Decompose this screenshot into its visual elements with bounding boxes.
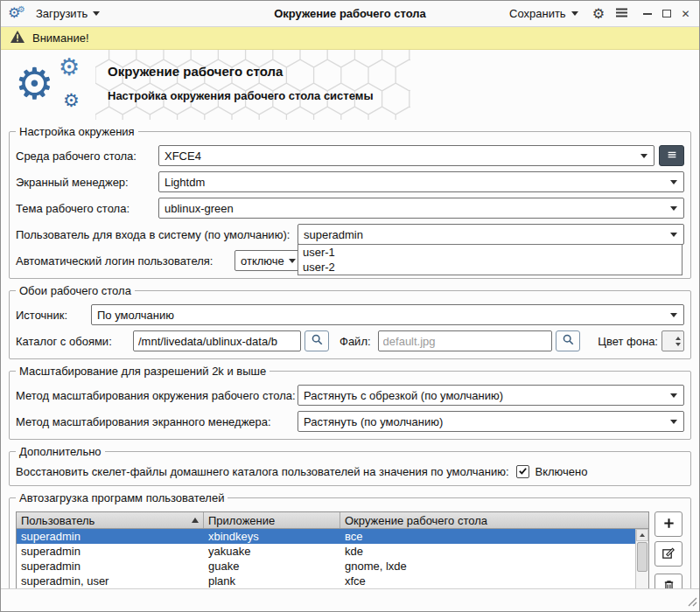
spinner-arrows-icon xyxy=(673,331,683,351)
save-button[interactable]: Сохранить xyxy=(506,5,582,22)
wallpaper-file-label: Файл: xyxy=(340,335,371,348)
restore-skel-checkbox[interactable] xyxy=(516,465,529,478)
table-row[interactable]: superadmin guake gnome, lxde xyxy=(17,559,635,574)
cell-user: superadmin xyxy=(17,529,204,544)
table-header: Пользователь Приложение Окружение рабоче… xyxy=(17,512,648,529)
dm-scaling-combobox[interactable]: Растянуть (по умолчанию) xyxy=(298,411,684,432)
display-manager-label: Экранный менеджер: xyxy=(16,176,158,189)
bg-color-picker[interactable] xyxy=(662,330,684,351)
chevron-down-icon xyxy=(670,393,677,398)
table-row[interactable]: superadmin xbindkeys все xyxy=(17,529,635,544)
desktop-env-label: Среда рабочего стола: xyxy=(16,150,158,163)
desktop-theme-label: Тема рабочего стола: xyxy=(16,202,158,215)
browse-file-button[interactable] xyxy=(556,330,580,351)
chevron-down-icon xyxy=(670,233,677,237)
resize-grip[interactable] xyxy=(686,595,697,609)
section-scaling: Масштабирование для разрешений 2k и выше… xyxy=(9,365,691,440)
table-toolbar xyxy=(654,511,684,588)
default-user-value: superadmin xyxy=(304,228,363,241)
wallpaper-directory-input[interactable] xyxy=(133,330,301,351)
column-header-environment[interactable]: Окружение рабочего стола xyxy=(340,512,648,528)
plus-icon xyxy=(662,517,676,532)
app-gears-icon: ⚙⚙ xyxy=(8,5,27,23)
cell-application: plank xyxy=(204,574,340,588)
page-title: Окружение рабочего стола xyxy=(108,64,374,79)
desktop-environment-gears-icon: ⚙⚙⚙ xyxy=(15,53,102,120)
list-icon xyxy=(666,149,678,163)
cell-environment: все xyxy=(340,529,635,544)
cell-application: guake xyxy=(204,559,340,574)
minimize-button[interactable] xyxy=(640,7,654,20)
column-header-application-label: Приложение xyxy=(208,514,275,527)
section-additional-legend: Дополнительно xyxy=(16,445,105,458)
desktop-theme-combobox[interactable]: ublinux-green xyxy=(158,198,684,219)
default-user-label: Пользователь для входа в систему (по умо… xyxy=(16,228,298,241)
close-button[interactable]: ✕ xyxy=(679,7,692,20)
settings-gear-icon[interactable]: ⚙ xyxy=(592,7,605,21)
cell-user: superadmin xyxy=(17,544,204,559)
save-button-label: Сохранить xyxy=(509,7,566,20)
desktop-env-value: XFCE4 xyxy=(164,150,201,163)
table-body: superadmin xbindkeys все superadmin yaku… xyxy=(17,529,635,588)
desktop-env-list-button[interactable] xyxy=(659,145,684,166)
add-entry-button[interactable] xyxy=(654,511,682,537)
delete-entry-button[interactable] xyxy=(654,574,682,588)
display-manager-combobox[interactable]: Lightdm xyxy=(158,171,684,192)
search-icon xyxy=(562,333,575,349)
scroll-up-button[interactable] xyxy=(636,529,648,541)
cell-environment: gnome, lxde xyxy=(340,559,635,574)
status-bar xyxy=(1,588,699,611)
section-autostart: Автозагрузка программ пользователей Поль… xyxy=(9,491,691,588)
column-header-user[interactable]: Пользователь xyxy=(17,512,204,528)
wallpaper-directory-label: Каталог с обоями: xyxy=(16,335,133,348)
autologin-combobox[interactable]: отключен xyxy=(234,250,303,271)
sort-ascending-icon xyxy=(192,518,199,523)
checkmark-icon xyxy=(518,465,528,478)
maximize-button[interactable] xyxy=(660,7,673,20)
vertical-scroll-thumb[interactable] xyxy=(637,542,648,572)
search-icon xyxy=(311,333,324,349)
chevron-down-icon xyxy=(670,313,677,317)
restore-skel-checkbox-label: Включено xyxy=(536,465,588,478)
desktop-env-combobox[interactable]: XFCE4 xyxy=(158,145,654,166)
autostart-table: Пользователь Приложение Окружение рабоче… xyxy=(16,511,649,588)
section-scaling-legend: Масштабирование для разрешений 2k и выше xyxy=(16,365,270,378)
chevron-down-icon xyxy=(670,180,677,184)
default-user-combobox[interactable]: superadmin xyxy=(298,224,684,245)
column-header-application[interactable]: Приложение xyxy=(204,512,340,528)
column-header-environment-label: Окружение рабочего стола xyxy=(345,514,487,527)
menu-icon[interactable] xyxy=(615,7,628,21)
edit-pencil-icon xyxy=(662,546,676,562)
chevron-down-icon xyxy=(93,11,100,16)
cell-application: yakuake xyxy=(204,544,340,559)
edit-entry-button[interactable] xyxy=(654,541,682,567)
dropdown-option-user-1[interactable]: user-1 xyxy=(298,245,682,260)
cell-user: superadmin xyxy=(17,559,204,574)
vertical-scrollbar[interactable] xyxy=(635,529,648,588)
wallpaper-source-value: По умолчанию xyxy=(97,309,174,322)
wallpaper-source-combobox[interactable]: По умолчанию xyxy=(91,304,684,325)
display-manager-value: Lightdm xyxy=(164,176,205,189)
table-row[interactable]: superadmin yakuake kde xyxy=(17,544,635,559)
load-button[interactable]: Загрузить xyxy=(32,5,103,22)
chevron-down-icon xyxy=(640,154,648,158)
load-button-label: Загрузить xyxy=(36,7,88,20)
desktop-scaling-combobox[interactable]: Растянуть с обрезкой (по умолчанию) xyxy=(298,385,684,406)
cell-user: superadmin, user xyxy=(17,574,204,588)
titlebar: ⚙⚙ Загрузить Окружение рабочего стола Со… xyxy=(1,1,699,27)
page-header: ⚙⚙⚙ Окружение рабочего стола Настройка о… xyxy=(1,50,699,123)
wallpaper-file-input[interactable] xyxy=(378,330,553,351)
table-row[interactable]: superadmin, user plank xfce xyxy=(17,574,635,588)
restore-skel-label: Восстановить скелет-файлы домашнего ката… xyxy=(16,465,509,478)
dm-scaling-value: Растянуть (по умолчанию) xyxy=(304,415,443,428)
page-subtitle: Настройка окружения рабочего стола систе… xyxy=(108,89,374,102)
cell-application: xbindkeys xyxy=(204,529,340,544)
section-environment: Настройка окружения Среда рабочего стола… xyxy=(9,125,691,279)
main-content: Настройка окружения Среда рабочего стола… xyxy=(1,123,699,588)
browse-directory-button[interactable] xyxy=(304,330,329,351)
autologin-label: Автоматический логин пользователя: xyxy=(16,254,234,268)
section-additional: Дополнительно Восстановить скелет-файлы … xyxy=(9,445,691,486)
dropdown-option-user-2[interactable]: user-2 xyxy=(298,260,682,275)
dm-scaling-label: Метод масштабирования экранного менеджер… xyxy=(16,415,298,428)
column-header-user-label: Пользователь xyxy=(21,514,94,527)
